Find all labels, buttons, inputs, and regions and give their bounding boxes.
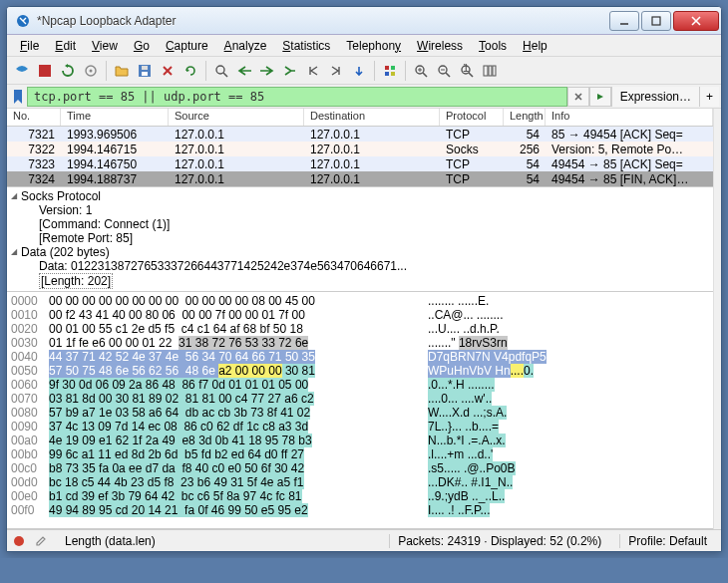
col-time[interactable]: Time [61,109,169,126]
packet-row[interactable]: 73241994.188737127.0.0.1127.0.0.1TCP5449… [7,171,713,186]
menu-capture[interactable]: Capture [159,37,215,55]
svg-point-34 [14,536,24,546]
menu-statistics[interactable]: Statistics [275,37,337,55]
col-protocol[interactable]: Protocol [440,109,504,126]
menubar: File Edit View Go Capture Analyze Statis… [7,35,721,57]
svg-rect-2 [652,17,660,25]
app-icon [15,13,31,29]
status-bar: Length (data.len) Packets: 24319 · Displ… [7,529,721,551]
status-field: Length (data.len) [57,534,379,548]
filter-clear-button[interactable] [567,87,589,107]
filter-expression-button[interactable]: Expression… [611,87,699,107]
hex-pane[interactable]: 000000 00 00 00 00 00 00 00 00 00 00 00 … [7,292,713,529]
menu-tools[interactable]: Tools [472,37,514,55]
svg-line-28 [469,73,473,77]
titlebar: *Npcap Loopback Adapter [7,7,721,35]
menu-help[interactable]: Help [516,37,554,55]
packet-row[interactable]: 73221994.146715127.0.0.1127.0.0.1Socks25… [7,142,713,156]
window-title: *Npcap Loopback Adapter [37,14,609,28]
edit-indicator-icon[interactable] [35,535,47,547]
col-info[interactable]: Info [546,109,713,126]
goto-first-button[interactable] [302,60,324,82]
svg-point-13 [216,66,224,74]
svg-line-25 [446,73,450,77]
reload-button[interactable] [180,60,201,82]
status-packets: Packets: 24319 · Displayed: 52 (0.2%) [389,534,609,548]
go-forward-button[interactable] [256,60,278,82]
colorize-button[interactable] [379,60,401,82]
capture-options-button[interactable] [80,60,102,82]
go-back-button[interactable] [233,60,255,82]
menu-analyze[interactable]: Analyze [217,37,274,55]
save-file-button[interactable] [134,60,156,82]
detail-data-header[interactable]: Data (202 bytes) [7,245,713,259]
start-capture-button[interactable] [11,60,33,82]
menu-file[interactable]: File [13,37,46,55]
display-filter-input[interactable] [27,87,567,107]
svg-rect-15 [385,66,389,70]
menu-telephony[interactable]: Telephony [339,37,408,55]
detail-data-bytes[interactable]: Data: 01223138727653337266443771425242e3… [7,259,713,273]
svg-rect-17 [385,72,389,76]
filter-bookmark-button[interactable] [9,87,27,107]
goto-last-button[interactable] [325,60,347,82]
restart-capture-button[interactable] [57,60,79,82]
zoom-reset-button[interactable]: 1 [456,60,478,82]
svg-rect-9 [142,72,148,76]
menu-go[interactable]: Go [127,37,157,55]
svg-line-22 [423,73,427,77]
close-button[interactable] [673,11,719,31]
scrollbar[interactable] [713,109,721,529]
menu-wireless[interactable]: Wireless [410,37,470,55]
status-profile[interactable]: Profile: Default [619,534,715,548]
maximize-button[interactable] [641,11,671,31]
col-no[interactable]: No. [7,109,61,126]
goto-packet-button[interactable] [279,60,301,82]
svg-rect-29 [484,66,488,76]
zoom-out-button[interactable] [433,60,455,82]
packet-rows[interactable]: 73211993.969506127.0.0.1127.0.0.1TCP5485… [7,127,713,186]
find-packet-button[interactable] [210,60,232,82]
open-file-button[interactable] [111,60,133,82]
close-file-button[interactable] [157,60,179,82]
col-length[interactable]: Length [504,109,546,126]
auto-scroll-button[interactable] [348,60,370,82]
detail-version[interactable]: Version: 1 [7,203,713,217]
svg-point-7 [90,69,93,72]
svg-rect-5 [39,65,51,77]
zoom-in-button[interactable] [410,60,432,82]
packet-list: No. Time Source Destination Protocol Len… [7,109,713,186]
svg-rect-16 [391,66,395,70]
resize-columns-button[interactable] [479,60,501,82]
stop-capture-button[interactable] [34,60,56,82]
col-source[interactable]: Source [169,109,304,126]
menu-edit[interactable]: Edit [48,37,83,55]
svg-rect-31 [493,66,496,76]
detail-data-length[interactable]: [Length: 202] [7,273,713,289]
filter-add-button[interactable]: + [699,87,719,107]
detail-command[interactable]: [Command: Connect (1)] [7,217,713,231]
packet-row[interactable]: 73231994.146750127.0.0.1127.0.0.1TCP5449… [7,156,713,171]
toolbar: 1 [7,57,721,85]
detail-socks-header[interactable]: Socks Protocol [7,189,713,203]
filter-apply-button[interactable] [589,87,611,107]
packet-row[interactable]: 73211993.969506127.0.0.1127.0.0.1TCP5485… [7,127,713,142]
menu-view[interactable]: View [85,37,125,55]
svg-rect-18 [391,72,395,76]
svg-rect-10 [142,66,148,70]
detail-remote-port[interactable]: [Remote Port: 85] [7,231,713,245]
packet-details[interactable]: Socks Protocol Version: 1 [Command: Conn… [7,186,713,292]
svg-line-14 [223,73,227,77]
expert-indicator-icon[interactable] [13,535,25,547]
app-window: *Npcap Loopback Adapter File Edit View G… [6,6,722,552]
svg-rect-30 [489,66,492,76]
packet-list-header: No. Time Source Destination Protocol Len… [7,109,713,127]
svg-text:1: 1 [463,64,470,75]
minimize-button[interactable] [609,11,639,31]
filter-bar: Expression… + [7,85,721,109]
col-destination[interactable]: Destination [304,109,440,126]
